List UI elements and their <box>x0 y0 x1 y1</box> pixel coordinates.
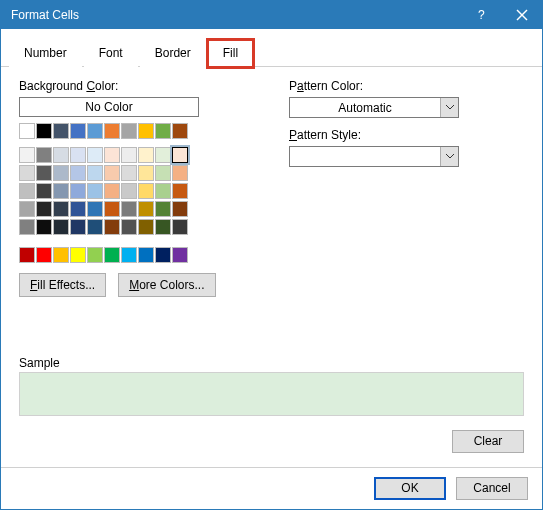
color-swatch[interactable] <box>155 123 171 139</box>
color-swatch[interactable] <box>70 183 86 199</box>
tab-border[interactable]: Border <box>140 40 206 67</box>
ok-button[interactable]: OK <box>374 477 446 500</box>
color-swatch[interactable] <box>53 247 69 263</box>
color-swatch[interactable] <box>104 165 120 181</box>
color-swatch[interactable] <box>87 183 103 199</box>
color-swatch[interactable] <box>172 147 188 163</box>
fill-effects-button[interactable]: Fill Effects... <box>19 273 106 297</box>
background-color-label: Background Color: <box>19 79 259 93</box>
color-swatch[interactable] <box>104 219 120 235</box>
color-swatch[interactable] <box>87 123 103 139</box>
color-swatch[interactable] <box>172 219 188 235</box>
format-cells-dialog: Format Cells ? Number Font Border Fill B… <box>0 0 543 510</box>
close-button[interactable] <box>502 1 542 29</box>
clear-button[interactable]: Clear <box>452 430 524 453</box>
color-swatch[interactable] <box>138 201 154 217</box>
color-swatch[interactable] <box>19 147 35 163</box>
color-swatch[interactable] <box>87 219 103 235</box>
tab-strip: Number Font Border Fill <box>1 29 542 67</box>
color-swatch[interactable] <box>53 219 69 235</box>
color-swatch[interactable] <box>87 165 103 181</box>
color-swatch[interactable] <box>36 123 52 139</box>
color-swatch[interactable] <box>104 247 120 263</box>
no-color-button[interactable]: No Color <box>19 97 199 117</box>
color-swatch[interactable] <box>87 147 103 163</box>
color-swatch[interactable] <box>19 219 35 235</box>
color-swatch[interactable] <box>104 147 120 163</box>
color-swatch[interactable] <box>19 201 35 217</box>
color-swatch[interactable] <box>36 247 52 263</box>
color-swatch[interactable] <box>70 165 86 181</box>
color-swatch[interactable] <box>172 183 188 199</box>
tab-number[interactable]: Number <box>9 40 82 67</box>
tab-fill[interactable]: Fill <box>208 40 253 67</box>
pattern-color-combo[interactable]: Automatic <box>289 97 459 118</box>
color-swatch[interactable] <box>138 123 154 139</box>
window-title: Format Cells <box>11 8 79 22</box>
color-swatch[interactable] <box>53 183 69 199</box>
color-swatch[interactable] <box>53 123 69 139</box>
color-swatch[interactable] <box>53 201 69 217</box>
color-swatch[interactable] <box>19 123 35 139</box>
color-swatch[interactable] <box>121 147 137 163</box>
help-button[interactable]: ? <box>462 1 502 29</box>
chevron-down-icon <box>440 147 458 166</box>
color-swatch[interactable] <box>138 165 154 181</box>
color-swatch[interactable] <box>36 201 52 217</box>
color-swatch[interactable] <box>155 147 171 163</box>
color-swatch[interactable] <box>172 201 188 217</box>
svg-text:?: ? <box>478 8 485 22</box>
color-swatch[interactable] <box>104 201 120 217</box>
color-swatch[interactable] <box>70 123 86 139</box>
dialog-footer: OK Cancel <box>1 467 542 509</box>
color-swatch[interactable] <box>155 165 171 181</box>
sample-preview <box>19 372 524 416</box>
color-swatch[interactable] <box>138 247 154 263</box>
cancel-button[interactable]: Cancel <box>456 477 528 500</box>
color-swatch[interactable] <box>172 165 188 181</box>
tab-font[interactable]: Font <box>84 40 138 67</box>
color-swatch[interactable] <box>121 123 137 139</box>
color-swatch[interactable] <box>155 201 171 217</box>
color-swatch[interactable] <box>138 147 154 163</box>
color-swatch[interactable] <box>36 165 52 181</box>
color-swatch[interactable] <box>104 183 120 199</box>
color-swatch[interactable] <box>70 219 86 235</box>
chevron-down-icon <box>440 98 458 117</box>
color-swatch[interactable] <box>87 247 103 263</box>
color-swatch[interactable] <box>121 247 137 263</box>
color-swatch[interactable] <box>36 147 52 163</box>
color-swatch[interactable] <box>19 165 35 181</box>
color-swatch[interactable] <box>121 219 137 235</box>
color-swatch[interactable] <box>53 165 69 181</box>
more-colors-button[interactable]: More Colors... <box>118 273 215 297</box>
color-swatch[interactable] <box>155 247 171 263</box>
color-swatch[interactable] <box>70 201 86 217</box>
sample-label: Sample <box>19 356 524 370</box>
color-swatch[interactable] <box>70 147 86 163</box>
color-swatch[interactable] <box>36 219 52 235</box>
color-swatch[interactable] <box>19 183 35 199</box>
color-swatch[interactable] <box>121 183 137 199</box>
color-swatch[interactable] <box>155 183 171 199</box>
color-swatch[interactable] <box>70 247 86 263</box>
color-swatch[interactable] <box>138 219 154 235</box>
pattern-color-label: Pattern Color: <box>289 79 524 93</box>
color-swatch[interactable] <box>121 201 137 217</box>
pattern-style-combo[interactable] <box>289 146 459 167</box>
pattern-style-label: Pattern Style: <box>289 128 524 142</box>
color-palette <box>19 123 259 263</box>
pattern-color-value: Automatic <box>290 101 440 115</box>
color-swatch[interactable] <box>172 123 188 139</box>
titlebar: Format Cells ? <box>1 1 542 29</box>
color-swatch[interactable] <box>87 201 103 217</box>
color-swatch[interactable] <box>172 247 188 263</box>
dialog-body: Background Color: No Color Fill Effects.… <box>1 67 542 467</box>
color-swatch[interactable] <box>138 183 154 199</box>
color-swatch[interactable] <box>121 165 137 181</box>
color-swatch[interactable] <box>36 183 52 199</box>
color-swatch[interactable] <box>53 147 69 163</box>
color-swatch[interactable] <box>155 219 171 235</box>
color-swatch[interactable] <box>19 247 35 263</box>
color-swatch[interactable] <box>104 123 120 139</box>
